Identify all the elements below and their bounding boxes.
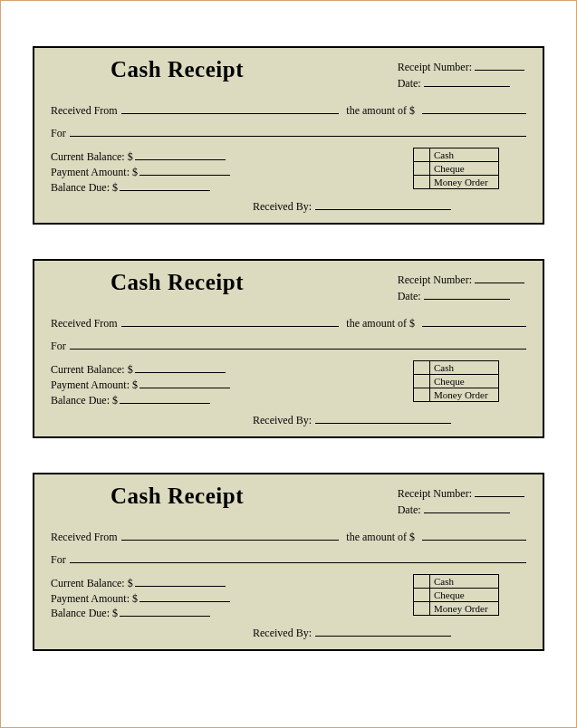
received-from-label: Received From	[51, 104, 118, 118]
payment-method-table: Cash Cheque Money Order	[413, 148, 499, 189]
payment-amount-label: Payment Amount: $	[51, 165, 138, 180]
received-from-label: Received From	[51, 317, 118, 330]
payment-checkbox[interactable]	[414, 361, 430, 375]
receipt-number-label: Receipt Number:	[398, 61, 472, 73]
payment-method-label: Money Order	[430, 388, 499, 402]
receipt-footer: Received By:	[47, 414, 530, 427]
balance-due-field[interactable]	[120, 182, 210, 191]
mid-section: Current Balance: $ Payment Amount: $ Bal…	[47, 362, 530, 407]
receipt-title: Cash Receipt	[111, 270, 244, 295]
payment-amount-field[interactable]	[139, 593, 230, 602]
balance-due-label: Balance Due: $	[51, 606, 118, 621]
payment-method-table: Cash Cheque Money Order	[413, 574, 499, 616]
payment-checkbox[interactable]	[414, 588, 430, 601]
received-from-field[interactable]	[121, 318, 340, 327]
received-from-row: Received From the amount of $	[47, 104, 530, 118]
cash-receipt: Cash Receipt Receipt Number: Date: Recei…	[33, 259, 544, 437]
for-field[interactable]	[70, 128, 526, 137]
payment-checkbox[interactable]	[414, 388, 430, 402]
current-balance-field[interactable]	[135, 578, 226, 587]
for-field[interactable]	[70, 340, 526, 350]
receipt-title: Cash Receipt	[111, 57, 244, 82]
date-label: Date:	[398, 77, 421, 90]
payment-method-label: Money Order	[430, 601, 499, 615]
receipt-title: Cash Receipt	[111, 484, 244, 509]
receipt-number-field[interactable]	[475, 274, 524, 283]
document-page: Cash Receipt Receipt Number: Date: Recei…	[0, 0, 577, 728]
received-by-label: Received By:	[253, 200, 312, 214]
payment-method-label: Money Order	[430, 176, 499, 189]
balance-due-field[interactable]	[120, 608, 210, 617]
date-field[interactable]	[424, 78, 510, 87]
payment-amount-label: Payment Amount: $	[51, 378, 138, 393]
amount-field[interactable]	[422, 105, 526, 114]
balance-due-field[interactable]	[120, 395, 210, 404]
current-balance-field[interactable]	[135, 151, 226, 160]
for-row: For	[47, 127, 530, 140]
amount-label: the amount of $	[346, 317, 415, 330]
payment-checkbox[interactable]	[414, 162, 430, 176]
amount-field[interactable]	[422, 532, 526, 541]
for-row: For	[47, 340, 530, 353]
current-balance-label: Current Balance: $	[51, 149, 133, 165]
payment-checkbox[interactable]	[414, 375, 430, 388]
receipt-header: Cash Receipt Receipt Number: Date:	[47, 268, 530, 304]
received-by-field[interactable]	[315, 415, 451, 424]
payment-method-label: Cash	[430, 574, 499, 588]
payment-checkbox[interactable]	[414, 176, 430, 189]
receipt-number-field[interactable]	[475, 488, 524, 497]
balances: Current Balance: $ Payment Amount: $ Bal…	[51, 576, 230, 621]
amount-field[interactable]	[422, 318, 526, 327]
current-balance-label: Current Balance: $	[51, 362, 133, 378]
mid-section: Current Balance: $ Payment Amount: $ Bal…	[47, 149, 530, 195]
payment-amount-label: Payment Amount: $	[51, 591, 138, 607]
receipt-footer: Received By:	[47, 627, 530, 640]
payment-method-label: Cheque	[430, 588, 499, 601]
receipt-meta: Receipt Number: Date:	[398, 485, 524, 518]
received-from-field[interactable]	[121, 532, 340, 541]
balances: Current Balance: $ Payment Amount: $ Bal…	[51, 149, 230, 195]
cash-receipt: Cash Receipt Receipt Number: Date: Recei…	[33, 46, 544, 225]
balance-due-label: Balance Due: $	[51, 180, 118, 196]
receipt-footer: Received By:	[47, 200, 530, 214]
cash-receipt: Cash Receipt Receipt Number: Date: Recei…	[33, 473, 544, 651]
payment-method-table: Cash Cheque Money Order	[413, 360, 499, 402]
received-from-label: Received From	[51, 531, 118, 544]
received-from-row: Received From the amount of $	[47, 531, 530, 544]
payment-checkbox[interactable]	[414, 148, 430, 162]
received-by-field[interactable]	[315, 201, 451, 210]
amount-label: the amount of $	[346, 104, 415, 118]
for-label: For	[51, 127, 66, 140]
payment-method-label: Cash	[430, 361, 499, 375]
receipt-header: Cash Receipt Receipt Number: Date:	[47, 482, 530, 518]
receipt-meta: Receipt Number: Date:	[398, 59, 524, 91]
for-row: For	[47, 553, 530, 567]
received-by-label: Received By:	[253, 414, 312, 427]
mid-section: Current Balance: $ Payment Amount: $ Bal…	[47, 576, 530, 621]
payment-method-label: Cheque	[430, 375, 499, 388]
for-label: For	[51, 340, 66, 353]
current-balance-label: Current Balance: $	[51, 576, 133, 591]
received-from-row: Received From the amount of $	[47, 317, 530, 330]
balances: Current Balance: $ Payment Amount: $ Bal…	[51, 362, 230, 407]
payment-checkbox[interactable]	[414, 574, 430, 588]
received-by-label: Received By:	[253, 627, 312, 640]
receipt-number-field[interactable]	[475, 62, 524, 71]
receipt-meta: Receipt Number: Date:	[398, 272, 524, 304]
payment-checkbox[interactable]	[414, 601, 430, 615]
payment-amount-field[interactable]	[139, 167, 230, 176]
received-by-field[interactable]	[315, 627, 451, 637]
date-field[interactable]	[424, 291, 510, 300]
received-from-field[interactable]	[121, 105, 340, 114]
for-field[interactable]	[70, 554, 526, 563]
receipt-number-label: Receipt Number:	[398, 273, 472, 286]
amount-label: the amount of $	[346, 531, 415, 544]
date-label: Date:	[398, 290, 421, 302]
current-balance-field[interactable]	[135, 364, 226, 373]
date-field[interactable]	[424, 504, 510, 513]
receipt-number-label: Receipt Number:	[398, 487, 472, 500]
payment-method-label: Cash	[430, 148, 499, 162]
payment-amount-field[interactable]	[139, 379, 230, 388]
for-label: For	[51, 553, 66, 567]
balance-due-label: Balance Due: $	[51, 393, 118, 408]
